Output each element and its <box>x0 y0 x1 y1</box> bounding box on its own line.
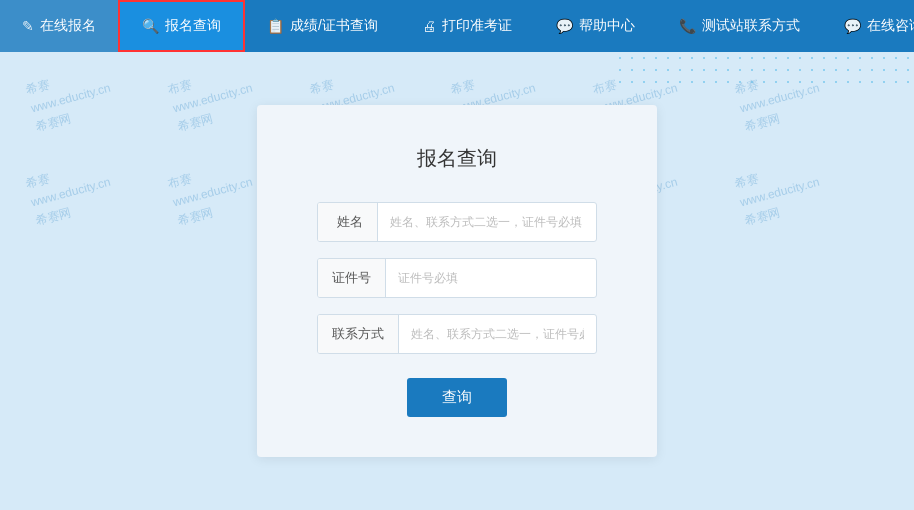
nav-item-online-register[interactable]: ✎ 在线报名 <box>0 0 118 52</box>
nav-label-online-register: 在线报名 <box>40 17 96 35</box>
contact-field-row: 联系方式 <box>317 314 597 354</box>
navbar: ✎ 在线报名 🔍 报名查询 📋 成绩/证书查询 🖨 打印准考证 💬 帮助中心 📞… <box>0 0 914 52</box>
nav-label-register-query: 报名查询 <box>165 17 221 35</box>
main-content: 报名查询 姓名 证件号 联系方式 查询 <box>0 52 914 510</box>
name-input[interactable] <box>378 205 596 239</box>
name-label: 姓名 <box>318 203 378 241</box>
contact-label: 联系方式 <box>318 315 399 353</box>
nav-item-online-consult[interactable]: 💬 在线咨询 <box>822 0 914 52</box>
id-number-input[interactable] <box>386 261 596 295</box>
document-icon: 📋 <box>267 18 284 34</box>
submit-button[interactable]: 查询 <box>407 378 507 417</box>
nav-item-print-ticket[interactable]: 🖨 打印准考证 <box>400 0 534 52</box>
form-card: 报名查询 姓名 证件号 联系方式 查询 <box>257 105 657 457</box>
search-icon: 🔍 <box>142 18 159 34</box>
help-icon: 💬 <box>556 18 573 34</box>
nav-item-help-center[interactable]: 💬 帮助中心 <box>534 0 657 52</box>
nav-item-score-query[interactable]: 📋 成绩/证书查询 <box>245 0 400 52</box>
nav-label-print-ticket: 打印准考证 <box>442 17 512 35</box>
form-title: 报名查询 <box>317 145 597 172</box>
nav-item-test-contact[interactable]: 📞 测试站联系方式 <box>657 0 822 52</box>
nav-item-register-query[interactable]: 🔍 报名查询 <box>118 0 245 52</box>
id-number-label: 证件号 <box>318 259 386 297</box>
id-number-field-row: 证件号 <box>317 258 597 298</box>
edit-icon: ✎ <box>22 18 34 34</box>
nav-label-online-consult: 在线咨询 <box>867 17 914 35</box>
print-icon: 🖨 <box>422 18 436 34</box>
nav-label-score-query: 成绩/证书查询 <box>290 17 378 35</box>
phone-icon: 📞 <box>679 18 696 34</box>
contact-input[interactable] <box>399 317 596 351</box>
nav-label-test-contact: 测试站联系方式 <box>702 17 800 35</box>
name-field-row: 姓名 <box>317 202 597 242</box>
chat-icon: 💬 <box>844 18 861 34</box>
nav-label-help-center: 帮助中心 <box>579 17 635 35</box>
